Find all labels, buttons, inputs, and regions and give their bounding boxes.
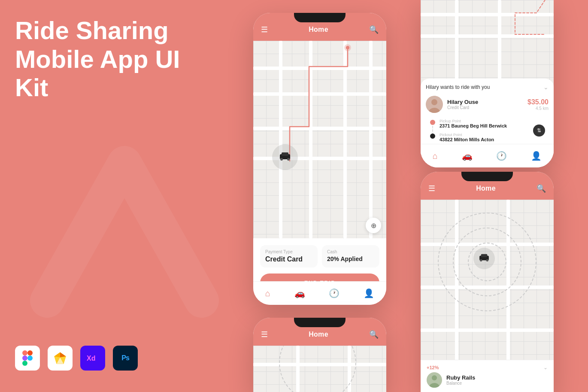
- phone-main-title: Home: [309, 26, 328, 33]
- bottom-info-row2: Ruby Rails Balance: [427, 372, 548, 388]
- nav-home[interactable]: ⌂: [265, 289, 270, 298]
- road: [348, 346, 351, 392]
- search-icon-bottom[interactable]: 🔍: [369, 330, 379, 339]
- rider-price: $35.00: [527, 98, 549, 106]
- svg-point-19: [431, 99, 437, 105]
- svg-rect-4: [22, 361, 27, 366]
- svg-rect-2: [22, 356, 27, 361]
- ride-request-header: Hilary wants to ride with you ⌄: [426, 84, 549, 91]
- dropoff-dot: [430, 134, 435, 139]
- app-title: Ride Sharing Mobile App UI Kit: [15, 16, 195, 102]
- phone-main: ☰ Home 🔍: [253, 13, 386, 305]
- search-icon[interactable]: 🔍: [369, 25, 379, 34]
- svg-rect-15: [282, 152, 288, 156]
- svg-point-17: [287, 158, 290, 161]
- search-icon-mid[interactable]: 🔍: [536, 184, 546, 193]
- dashed-circle-b1: [279, 346, 356, 392]
- menu-icon-mid[interactable]: ☰: [428, 184, 435, 193]
- phone-mid-title: Home: [476, 185, 496, 192]
- svg-rect-3: [27, 356, 33, 361]
- svg-point-24: [486, 259, 488, 261]
- cash-box: Cash 20% Applied: [322, 245, 379, 267]
- svg-point-16: [280, 158, 283, 161]
- bottom-nav-main: ⌂ 🚗 🕐 👤: [253, 281, 386, 305]
- car-marker: [278, 152, 292, 163]
- map-grid-bottom: [253, 346, 386, 392]
- notch-main: [294, 13, 346, 22]
- svg-rect-22: [481, 254, 488, 257]
- rider-row: Hilary Ouse Credit Card $35.00 4.5 km: [426, 96, 549, 113]
- bg-arrow: [21, 120, 227, 326]
- rider-sub: Credit Card: [447, 105, 523, 110]
- nav-history[interactable]: 🕐: [329, 288, 339, 298]
- payment-type-box: Payment Type Credit Card: [260, 245, 318, 267]
- payment-type-value: Credit Card: [265, 255, 312, 263]
- road: [296, 346, 300, 392]
- chevron-icon: ⌄: [543, 84, 549, 91]
- nav-car[interactable]: 🚗: [294, 288, 305, 298]
- menu-icon[interactable]: ☰: [261, 25, 268, 34]
- road: [421, 328, 554, 332]
- rider-name: Hilary Ouse: [447, 99, 523, 105]
- ride-request-text: Hilary wants to ride with you: [426, 84, 490, 90]
- ruby-name: Ruby Rails: [446, 374, 475, 381]
- road: [421, 243, 554, 246]
- gps-icon-main[interactable]: ⊕: [366, 218, 381, 233]
- sketch-icon: [48, 346, 73, 371]
- road: [421, 286, 554, 289]
- payment-panel: Payment Type Credit Card Cash 20% Applie…: [253, 238, 386, 283]
- left-panel: Ride Sharing Mobile App UI Kit: [15, 16, 195, 102]
- nav-profile[interactable]: 👤: [364, 288, 374, 298]
- map-area-main: ⊕: [253, 41, 386, 238]
- route-svg: [253, 41, 386, 238]
- rider-avatar: [426, 96, 443, 113]
- pickup-point: Pickup Point 2371 Bauneg Beg Hill Berwic…: [430, 119, 549, 128]
- balance-label: Balance: [446, 381, 475, 386]
- svg-point-13: [346, 46, 349, 49]
- road: [253, 363, 386, 366]
- phone-mid-right: ☰ Home 🔍: [421, 172, 554, 392]
- notch-bottom: [294, 318, 346, 327]
- rider-price-group: $35.00 4.5 km: [527, 98, 549, 111]
- bottom-info-row1: +12% ⌄: [427, 365, 548, 371]
- svg-point-26: [432, 375, 437, 380]
- nav-profile-tr[interactable]: 👤: [531, 151, 542, 161]
- svg-rect-1: [27, 350, 33, 356]
- dropoff-info: Pickout Point 43822 Milton Mills Acton: [439, 133, 494, 142]
- notch-mid: [461, 172, 513, 181]
- phone-bottom: ☰ Home 🔍: [253, 318, 386, 392]
- pickup-info: Pickup Point 2371 Bauneg Beg Hill Berwic…: [439, 119, 507, 128]
- phone-top-right: Hilary wants to ride with you ⌄ Hilary O…: [421, 0, 554, 167]
- rider-info: Hilary Ouse Credit Card: [447, 99, 523, 110]
- cash-value: 20% Applied: [327, 255, 374, 262]
- map-grid-main: ⊕: [253, 41, 386, 238]
- menu-icon-bottom[interactable]: ☰: [261, 330, 268, 339]
- tool-icons: Xd Ps: [15, 346, 138, 371]
- payment-type-label: Payment Type: [265, 249, 312, 254]
- route-info: Pickup Point 2371 Bauneg Beg Hill Berwic…: [426, 119, 549, 142]
- svg-point-23: [480, 259, 482, 261]
- bottom-nav-tr: ⌂ 🚗 🕐 👤: [421, 144, 554, 167]
- phone-bottom-title: Home: [309, 331, 328, 338]
- ps-icon: Ps: [113, 346, 138, 371]
- payment-row: Payment Type Credit Card Cash 20% Applie…: [260, 245, 379, 267]
- pickup-dot: [430, 120, 435, 125]
- rider-name-mid: Ruby Rails Balance: [446, 374, 475, 386]
- nav-home-tr[interactable]: ⌂: [433, 151, 438, 161]
- cash-label: Cash: [327, 249, 374, 254]
- nav-history-tr[interactable]: 🕐: [496, 151, 507, 161]
- nav-car-tr[interactable]: 🚗: [462, 151, 473, 161]
- xd-icon: Xd: [80, 346, 105, 371]
- rider-dist: 4.5 km: [527, 106, 549, 111]
- bottom-info-mid: +12% ⌄ Ruby Rails Balance: [421, 360, 554, 392]
- dropoff-point: Pickout Point 43822 Milton Mills Acton: [430, 133, 549, 142]
- figma-icon: [15, 346, 40, 371]
- rider-avatar-mid: [427, 372, 442, 388]
- chevron-down: ⌄: [543, 365, 548, 371]
- car-marker-mid: [478, 253, 491, 264]
- svg-text:Xd: Xd: [87, 355, 95, 362]
- map-area-bottom: [253, 346, 386, 392]
- svg-rect-0: [22, 350, 27, 356]
- percent-label: +12%: [427, 365, 439, 370]
